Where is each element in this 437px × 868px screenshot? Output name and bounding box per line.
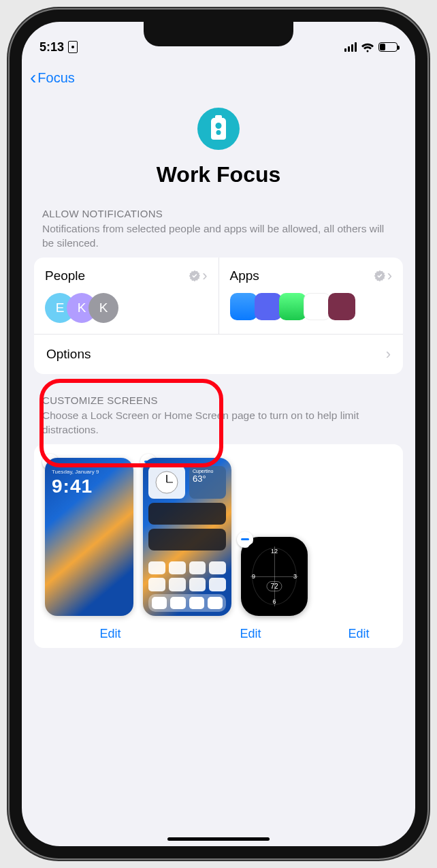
clock-widget-icon [148,466,185,499]
people-pane[interactable]: People › E K K [34,258,218,334]
page-header: Work Focus [22,91,415,208]
notch [144,22,293,46]
lockscreen-thumb[interactable]: Tuesday, January 9 9:41 [45,458,133,616]
battery-icon [378,42,398,52]
checkmark-seal-icon [189,270,201,282]
app-icon-facetime [279,293,306,320]
customize-card: Tuesday, January 9 9:41 Cupertino63° [34,444,403,648]
signal-icon [344,42,357,52]
chevron-left-icon: ‹ [30,68,36,87]
edit-lockscreen-button[interactable]: Edit [45,623,176,645]
status-time-area: 5:13 [39,40,78,55]
options-row[interactable]: Options › [34,334,403,374]
checkmark-seal-icon [374,270,386,282]
chevron-right-icon: › [387,267,392,285]
screen: 5:13 ‹ Focus Work Focus Allow Notificati… [22,22,415,846]
back-label: Focus [37,70,74,86]
app-icon-discord [255,293,282,320]
homescreen-thumb[interactable]: Cupertino63° [143,458,231,616]
weather-widget-icon: Cupertino63° [189,466,226,499]
customize-section-subtitle: Choose a Lock Screen or Home Screen page… [22,406,415,444]
home-indicator[interactable] [167,837,270,841]
back-button[interactable]: ‹ Focus [30,68,75,87]
apps-pane[interactable]: Apps › [218,258,404,334]
notifications-section-title: Allow Notifications [22,208,415,219]
people-label: People [45,268,85,283]
app-icons [230,293,393,320]
people-avatars: E K K [45,293,208,323]
apps-label: Apps [230,268,259,283]
phone-frame: 5:13 ‹ Focus Work Focus Allow Notificati… [10,10,427,858]
options-label: Options [46,347,91,362]
status-indicators [344,42,398,52]
notifications-section-subtitle: Notifications from selected people and a… [22,219,415,258]
focus-mode-icon [197,108,240,150]
status-time: 5:13 [39,40,64,55]
watch-face-icon: 12 3 6 9 72 [245,541,304,612]
lockscreen-time: 9:41 [52,476,93,497]
notifications-card: People › E K K Apps [34,258,403,374]
sim-icon [68,41,78,53]
nav-bar: ‹ Focus [22,60,415,91]
lockscreen-date: Tuesday, January 9 [52,469,99,475]
customize-section-title: Customize Screens [22,394,415,406]
avatar: K [88,293,118,323]
page-title: Work Focus [22,162,415,187]
edit-homescreen-button[interactable]: Edit [185,623,316,645]
wifi-icon [361,42,374,52]
chevron-right-icon: › [202,267,207,285]
chevron-right-icon: › [386,345,391,363]
app-icon-authenticator [230,293,257,320]
edit-watch-button[interactable]: Edit [325,623,392,645]
badge-id-icon [211,118,226,140]
watchface-thumb[interactable]: 12 3 6 9 72 [241,537,308,616]
app-icon-books [328,293,355,320]
app-icon-gmail [304,293,331,320]
